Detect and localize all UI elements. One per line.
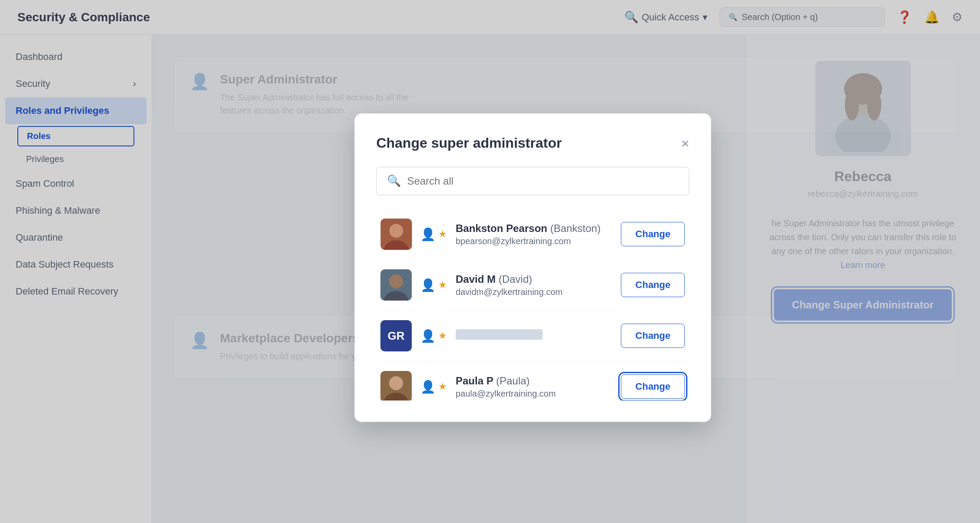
star-icon: ★ <box>438 279 447 291</box>
avatar-initials: GR <box>380 320 412 351</box>
change-admin-modal: Change super administrator × 🔍 👤 ★ Banks <box>354 113 711 422</box>
change-button[interactable]: Change <box>621 374 685 399</box>
modal-title: Change super administrator <box>376 135 562 151</box>
modal-search-box[interactable]: 🔍 <box>376 167 689 195</box>
modal-header: Change super administrator × <box>376 135 689 151</box>
user-name <box>456 329 612 342</box>
user-list: 👤 ★ Bankston Pearson (Bankston) bpearson… <box>376 209 689 400</box>
person-icon: 👤 <box>420 380 436 394</box>
user-info <box>456 329 612 342</box>
user-role-icons: 👤 ★ <box>420 278 447 292</box>
user-email: bpearson@zylkertraining.com <box>456 236 612 246</box>
search-icon: 🔍 <box>387 174 401 188</box>
user-name: Paula P (Paula) <box>456 375 612 387</box>
person-icon: 👤 <box>420 329 436 343</box>
modal-search-input[interactable] <box>407 175 678 187</box>
modal-close-button[interactable]: × <box>681 136 690 150</box>
change-button[interactable]: Change <box>621 324 685 348</box>
avatar <box>380 269 412 301</box>
user-item: 👤 ★ Paula P (Paula) paula@zylkertraining… <box>376 361 689 400</box>
username: (David) <box>499 273 532 285</box>
user-name: David M (David) <box>456 273 612 285</box>
star-icon: ★ <box>438 381 447 392</box>
user-email: davidm@zylkertraining.com <box>456 287 612 297</box>
star-icon: ★ <box>438 330 447 341</box>
user-role-icons: 👤 ★ <box>420 329 447 343</box>
user-info: Bankston Pearson (Bankston) bpearson@zyl… <box>456 222 612 246</box>
user-role-icons: 👤 ★ <box>420 227 447 242</box>
user-item: 👤 ★ Bankston Pearson (Bankston) bpearson… <box>376 209 689 260</box>
svg-point-13 <box>389 376 403 390</box>
user-item: GR 👤 ★ Change <box>376 311 689 361</box>
user-info: David M (David) davidm@zylkertraining.co… <box>456 273 612 297</box>
person-icon: 👤 <box>420 227 436 242</box>
avatar <box>380 371 412 400</box>
username: (Bankston) <box>550 222 601 234</box>
svg-point-7 <box>389 224 403 238</box>
user-email: paula@zylkertraining.com <box>456 389 612 399</box>
change-button[interactable]: Change <box>621 273 685 297</box>
user-name: Bankston Pearson (Bankston) <box>456 222 612 235</box>
username: (Paula) <box>496 375 530 387</box>
avatar <box>380 218 412 250</box>
change-button[interactable]: Change <box>621 222 685 246</box>
user-role-icons: 👤 ★ <box>420 380 447 394</box>
user-info: Paula P (Paula) paula@zylkertraining.com <box>456 375 612 399</box>
blurred-name <box>456 329 543 340</box>
svg-point-10 <box>389 275 403 288</box>
person-icon: 👤 <box>420 278 436 292</box>
user-item: 👤 ★ David M (David) davidm@zylkertrainin… <box>376 260 689 311</box>
star-icon: ★ <box>438 228 447 240</box>
